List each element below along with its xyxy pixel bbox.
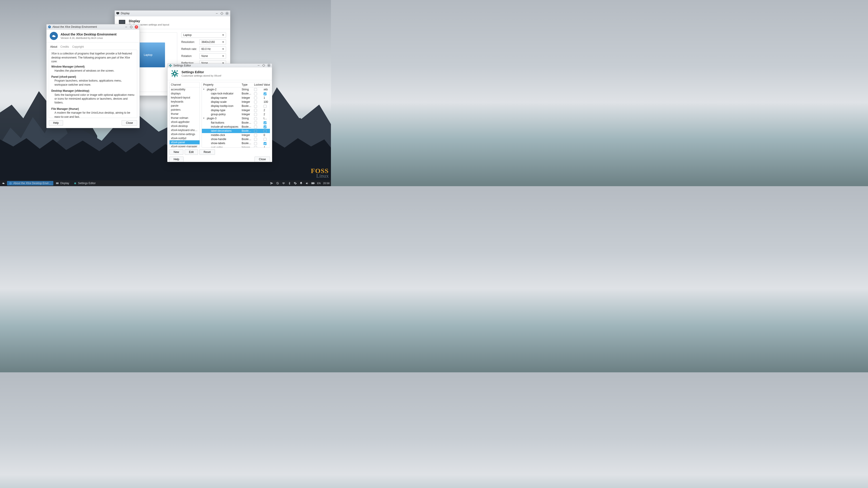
col-value[interactable]: Value: [262, 82, 270, 88]
property-row[interactable]: show-handleBoolean: [202, 137, 270, 141]
channel-item[interactable]: xfce4-appfinder: [169, 120, 199, 124]
property-row[interactable]: middle-clickInteger0: [202, 133, 270, 137]
edit-button[interactable]: Edit: [185, 149, 198, 155]
minimize-button[interactable]: [257, 64, 260, 67]
no-symbol-icon[interactable]: [276, 182, 279, 185]
tab-credits[interactable]: Credits: [60, 45, 69, 50]
minimize-button[interactable]: [124, 25, 128, 29]
rotation-select[interactable]: None: [199, 53, 226, 59]
channel-item[interactable]: keyboard-layout: [169, 96, 199, 100]
tab-copyright[interactable]: Copyright: [72, 45, 84, 50]
keyboard-layout-indicator[interactable]: EN: [317, 182, 320, 185]
locked-checkbox[interactable]: [254, 138, 257, 141]
channel-item[interactable]: keyboards: [169, 100, 199, 104]
maximize-button[interactable]: [129, 25, 133, 29]
value-checkbox[interactable]: [264, 142, 267, 145]
clock[interactable]: 20:58: [323, 182, 330, 185]
panel[interactable]: About the Xfce Desktop Envir…DisplaySett…: [0, 180, 331, 186]
locked-checkbox[interactable]: [254, 130, 257, 133]
channel-item[interactable]: xfce4-notifyd: [169, 136, 199, 140]
property-row[interactable]: flat-buttonsBoolean: [202, 121, 270, 125]
channel-item[interactable]: xfce4-desktop: [169, 124, 199, 128]
channel-item[interactable]: xfce4-mime-settings: [169, 132, 199, 136]
property-row[interactable]: display-tooltip-iconBoolean: [202, 104, 270, 108]
channel-item[interactable]: parole: [169, 104, 199, 108]
volume-icon[interactable]: [305, 182, 309, 185]
locked-checkbox[interactable]: [254, 88, 257, 91]
property-row[interactable]: display-typeInteger2: [202, 108, 270, 112]
value-checkbox[interactable]: [264, 138, 267, 141]
channel-item[interactable]: displays: [169, 92, 199, 96]
value-checkbox[interactable]: [264, 125, 267, 128]
send-icon[interactable]: [270, 182, 274, 185]
property-row[interactable]: plugin-3Stringtasklist: [202, 116, 270, 121]
minimize-button[interactable]: [215, 12, 218, 15]
locked-checkbox[interactable]: [254, 134, 257, 137]
col-locked[interactable]: Locked: [253, 82, 262, 88]
bell-icon[interactable]: [300, 182, 303, 185]
task-button[interactable]: About the Xfce Desktop Envir…: [7, 181, 53, 186]
bluetooth-icon[interactable]: [288, 182, 291, 185]
locked-checkbox[interactable]: [254, 121, 257, 124]
output-select[interactable]: Laptop: [181, 32, 226, 38]
display-titlebar[interactable]: Display ×: [115, 11, 230, 16]
locked-checkbox[interactable]: [254, 92, 257, 95]
wifi-icon[interactable]: [282, 182, 285, 185]
task-button[interactable]: Settings Editor: [72, 181, 97, 186]
gear-icon[interactable]: [293, 182, 297, 185]
about-titlebar[interactable]: About the Xfce Desktop Environment: [46, 24, 140, 30]
locked-checkbox[interactable]: [254, 105, 257, 108]
channels-pane[interactable]: Channel accessibilitydisplayskeyboard-la…: [169, 82, 200, 148]
channel-item[interactable]: pointers: [169, 108, 199, 112]
close-button[interactable]: ×: [267, 64, 271, 67]
property-row[interactable]: label-decorationsBoolean: [202, 129, 270, 133]
col-property[interactable]: Property: [202, 82, 240, 88]
property-row[interactable]: show-labelsBoolean: [202, 141, 270, 145]
locked-checkbox[interactable]: [254, 117, 257, 120]
property-row[interactable]: display-scaleInteger100: [202, 100, 270, 104]
value-checkbox[interactable]: [264, 92, 267, 95]
col-type[interactable]: Type: [240, 82, 253, 88]
tab-about[interactable]: About: [50, 45, 57, 50]
property-row[interactable]: display-nameInteger1: [202, 96, 270, 100]
close-button[interactable]: [135, 25, 138, 29]
value-checkbox[interactable]: [264, 130, 267, 133]
close-button[interactable]: Close: [254, 157, 270, 162]
applications-menu-icon[interactable]: [1, 181, 5, 185]
locked-checkbox[interactable]: [254, 125, 257, 128]
locked-checkbox[interactable]: [254, 109, 257, 112]
help-button[interactable]: Help: [169, 157, 184, 162]
value-checkbox[interactable]: [264, 105, 267, 108]
locked-checkbox[interactable]: [254, 96, 257, 99]
locked-checkbox[interactable]: [254, 146, 257, 148]
channel-item[interactable]: thunar: [169, 112, 199, 116]
seditor-titlebar[interactable]: Settings Editor ×: [167, 64, 272, 67]
channel-item[interactable]: xfce4-panel: [169, 140, 199, 144]
maximize-button[interactable]: [220, 12, 223, 15]
property-row[interactable]: group-policyInteger2: [202, 112, 270, 116]
locked-checkbox[interactable]: [254, 113, 257, 116]
refresh-select[interactable]: 60.0 Hz: [199, 46, 226, 52]
properties-pane[interactable]: Property Type Locked Value plugin-2Strin…: [202, 82, 270, 148]
help-button[interactable]: Help: [49, 120, 63, 126]
resolution-select[interactable]: 3840x2160: [199, 39, 226, 45]
property-row[interactable]: plugin-2Stringxkb: [202, 88, 270, 92]
channel-item[interactable]: thunar-volman: [169, 116, 199, 120]
locked-checkbox[interactable]: [254, 101, 257, 103]
task-button[interactable]: Display: [54, 181, 71, 186]
battery-icon[interactable]: [311, 182, 315, 185]
close-button[interactable]: ×: [225, 12, 229, 15]
maximize-button[interactable]: [262, 64, 266, 67]
value-checkbox[interactable]: [264, 121, 267, 124]
property-row[interactable]: caps-lock-indicatorBoolean: [202, 92, 270, 96]
reset-button[interactable]: Reset: [199, 149, 215, 155]
close-button[interactable]: Close: [122, 120, 137, 126]
property-row[interactable]: include-all-workspacesBoolean: [202, 125, 270, 129]
locked-checkbox[interactable]: [254, 142, 257, 145]
about-body[interactable]: Xfce is a collection of programs that to…: [49, 50, 137, 118]
channel-item[interactable]: accessibility: [169, 88, 199, 92]
new-button[interactable]: New: [169, 149, 183, 155]
channel-item[interactable]: xfce4-power-manager: [169, 144, 199, 148]
property-row[interactable]: sort-orderInteger4: [202, 145, 270, 148]
channel-item[interactable]: xfce4-keyboard-shortcuts: [169, 128, 199, 132]
